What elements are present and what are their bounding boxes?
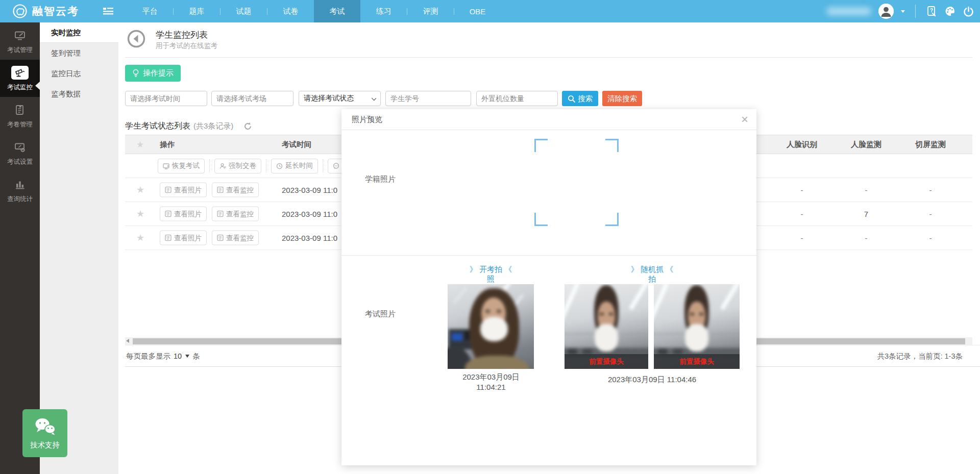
tech-support-button[interactable]: 技术支持: [22, 409, 67, 457]
submenu-item-realtime-monitoring[interactable]: 实时监控: [40, 22, 118, 43]
random-capture-timestamp: 2023年03月09日 11:04:46: [565, 375, 740, 385]
resume-exam-label: 恢复考试: [172, 161, 200, 170]
filter-bar: 请选择考试状态 搜索 清除搜索: [125, 91, 642, 106]
front-camera-overlay-text: 前置摄像头: [679, 357, 714, 366]
exam-monitoring-camera-icon: [11, 66, 29, 80]
person-icon: [219, 163, 226, 169]
extend-time-button[interactable]: 延长时间: [271, 159, 318, 173]
nav-item-question-bank[interactable]: 题库: [174, 0, 220, 22]
submenu-item-proctoring-data[interactable]: 监考数据: [40, 84, 118, 104]
ext-camera-count-input[interactable]: [476, 91, 558, 106]
header-divider: [125, 57, 972, 58]
webcam-photo-random-2: 前置摄像头: [654, 284, 740, 369]
force-submit-button[interactable]: 强制交卷: [214, 159, 261, 173]
nav-item-practice[interactable]: 练习: [360, 0, 407, 22]
menu-toggle-icon[interactable]: [103, 7, 113, 16]
face-recognition-cell: -: [781, 186, 822, 194]
face-monitoring-cell: 7: [846, 210, 887, 218]
theme-palette-icon[interactable]: [944, 6, 955, 17]
col-face-recognition: 人脸识别: [781, 140, 822, 149]
view-monitor-label: 查看监控: [226, 209, 254, 218]
nav-item-evaluation[interactable]: 评测: [407, 0, 454, 22]
exam-status-value: 请选择考试状态: [304, 94, 354, 103]
operation-tips-button[interactable]: 操作提示: [125, 65, 181, 82]
enrollment-photo-label: 学籍照片: [365, 174, 396, 184]
view-photos-button[interactable]: 查看照片: [160, 231, 207, 245]
per-page-suffix: 条: [192, 352, 200, 361]
col-screen-switch-monitoring: 切屏监测: [910, 140, 951, 149]
user-avatar[interactable]: [878, 4, 894, 19]
modal-header: 照片预览 ×: [341, 109, 756, 130]
brand-logo[interactable]: 融智云考: [12, 0, 79, 22]
record-summary: 共3条记录，当前页: 1-3条: [877, 345, 963, 367]
sidebar-item-query-statistics[interactable]: 查询统计: [0, 171, 40, 209]
camera-label-overlay: 前置摄像头: [654, 354, 740, 369]
toolbar-separator: [209, 159, 210, 172]
table-record-count: (共3条记录): [193, 121, 233, 131]
sidebar-label: 查询统计: [7, 195, 33, 204]
table-title: 学生考试状态列表: [125, 121, 190, 132]
scroll-left-arrow[interactable]: [126, 339, 129, 343]
viewfinder-corner-icon: [605, 213, 619, 226]
exam-time-cell: 2023-03-09 11:0: [282, 234, 337, 242]
sidebar-item-exam-management[interactable]: 考试管理: [0, 22, 40, 60]
page-title: 学生监控列表: [156, 29, 208, 41]
nav-item-papers[interactable]: 试卷: [267, 0, 314, 22]
nav-item-obe[interactable]: OBE: [454, 0, 501, 22]
webcam-photo-start: [448, 284, 534, 369]
exam-room-input[interactable]: [211, 91, 293, 106]
refresh-icon[interactable]: [243, 122, 252, 131]
start-capture-timestamp: 2023年03月09日 11:04:21: [432, 372, 550, 392]
view-photos-button[interactable]: 查看照片: [160, 207, 207, 221]
list-icon: [217, 211, 224, 217]
viewfinder-corner-icon: [534, 139, 548, 152]
exam-time-input[interactable]: [125, 91, 207, 106]
start-capture-title-line1: 》 开考拍 《: [448, 264, 534, 274]
sidebar-label: 考试监控: [7, 83, 33, 92]
favorite-star-icon[interactable]: ★: [136, 209, 144, 218]
close-icon[interactable]: ×: [741, 112, 748, 127]
photo-preview-modal: 照片预览 × 学籍照片 考试照片 》 开考拍 《 照 》 随机抓 《 拍: [341, 109, 756, 465]
start-capture-title-line2: 照: [448, 274, 534, 284]
favorite-star-icon[interactable]: ★: [136, 185, 144, 194]
sidebar-item-exam-monitoring[interactable]: 考试监控: [0, 60, 40, 97]
viewfinder-corner-icon: [534, 213, 548, 226]
nav-item-platform[interactable]: 平台: [127, 0, 173, 22]
clear-search-button[interactable]: 清除搜索: [602, 91, 642, 106]
start-capture-group-header[interactable]: 》 开考拍 《 照: [448, 264, 534, 284]
front-camera-overlay-text: 前置摄像头: [589, 357, 624, 366]
logout-power-icon[interactable]: [963, 6, 974, 17]
toolbar-separator: [323, 159, 323, 172]
svg-text:?: ?: [930, 8, 933, 13]
topbar-divider: [915, 5, 916, 18]
submenu-item-monitoring-logs[interactable]: 监控日志: [40, 63, 118, 84]
help-icon[interactable]: ?: [926, 6, 937, 17]
view-monitor-button[interactable]: 查看监控: [212, 207, 259, 221]
student-no-input[interactable]: [385, 91, 471, 106]
submenu-item-checkin-management[interactable]: 签到管理: [40, 43, 118, 63]
exam-status-select[interactable]: 请选择考试状态: [299, 91, 381, 106]
back-button[interactable]: [127, 29, 146, 48]
nav-item-questions[interactable]: 试题: [220, 0, 267, 22]
primary-nav: 平台 题库 试题 试卷 考试 练习 评测 OBE: [127, 0, 501, 22]
paper-management-icon: [11, 103, 29, 117]
resume-exam-button[interactable]: 恢复考试: [158, 159, 205, 173]
random-capture-title-line1: 》 随机抓 《: [565, 264, 740, 274]
page-subtitle: 用于考试的在线监考: [156, 41, 218, 51]
star-icon: ★: [136, 140, 144, 149]
per-page-select[interactable]: 10: [174, 352, 189, 360]
sidebar-item-exam-settings[interactable]: 考试设置: [0, 134, 40, 171]
screen-switch-cell: -: [910, 234, 951, 242]
user-menu-caret-icon[interactable]: [901, 10, 905, 13]
view-monitor-button[interactable]: 查看监控: [212, 183, 259, 197]
nav-item-exam-active[interactable]: 考试: [314, 0, 360, 22]
view-photos-button[interactable]: 查看照片: [160, 183, 207, 197]
search-button[interactable]: 搜索: [562, 91, 598, 106]
exam-settings-icon: [11, 140, 29, 154]
random-capture-group-header[interactable]: 》 随机抓 《 拍: [565, 264, 740, 284]
random-capture-title-line2: 拍: [565, 274, 740, 284]
sidebar-item-paper-management[interactable]: 考卷管理: [0, 97, 40, 134]
view-monitor-label: 查看监控: [226, 233, 254, 242]
favorite-star-icon[interactable]: ★: [136, 233, 144, 242]
view-monitor-button[interactable]: 查看监控: [212, 231, 259, 245]
